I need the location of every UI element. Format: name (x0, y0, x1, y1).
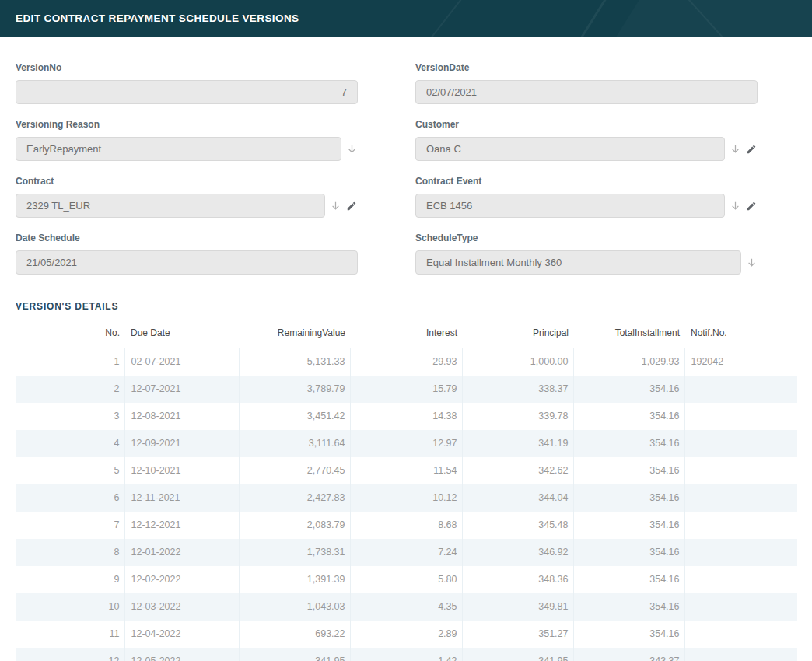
field-customer: Customer (415, 119, 758, 161)
field-versioning-reason: Versioning Reason (16, 119, 358, 161)
versiondate-label: VersionDate (415, 62, 758, 73)
table-row[interactable]: 2 12-07-2021 3,789.79 15.79 338.37 354.1… (16, 376, 797, 403)
schedule-table: No. Due Date RemainingValue Interest Pri… (16, 321, 797, 661)
pencil-icon[interactable] (745, 200, 758, 212)
arrow-down-icon[interactable] (729, 143, 741, 156)
table-header-row: No. Due Date RemainingValue Interest Pri… (16, 321, 797, 348)
versions-details-heading: VERSION'S DETAILS (16, 301, 797, 312)
field-contract: Contract (16, 176, 358, 218)
table-row[interactable]: 10 12-03-2022 1,043.03 4.35 349.81 354.1… (16, 593, 797, 621)
field-versiondate: VersionDate (415, 62, 758, 104)
contract-input[interactable] (16, 194, 325, 218)
pencil-icon[interactable] (745, 143, 758, 156)
customer-input[interactable] (415, 137, 725, 161)
header-decor-stripe (534, 0, 627, 37)
date-schedule-label: Date Schedule (16, 233, 358, 243)
col-header-interest: Interest (350, 321, 462, 348)
version-form: VersionNo VersionDate Versioning Reason … (16, 62, 797, 289)
versionno-label: VersionNo (16, 62, 358, 73)
arrow-down-icon[interactable] (729, 200, 741, 212)
page-title: EDIT CONTRACT REPAYMENT SCHEDULE VERSION… (16, 12, 299, 24)
arrow-down-icon[interactable] (745, 257, 758, 269)
versioning-reason-input[interactable] (16, 137, 341, 161)
pencil-icon[interactable] (345, 200, 358, 212)
header-decor-stripe (667, 0, 782, 37)
field-versionno: VersionNo (16, 62, 358, 104)
col-header-notif-no: Notif.No. (684, 321, 797, 348)
table-row[interactable]: 6 12-11-2021 2,427.83 10.12 344.04 354.1… (16, 484, 797, 512)
table-row[interactable]: 7 12-12-2021 2,083.79 8.68 345.48 354.16 (16, 512, 797, 539)
date-schedule-input[interactable] (16, 250, 358, 275)
col-header-no: No. (16, 321, 124, 348)
contract-event-input[interactable] (415, 194, 725, 218)
col-header-remaining-value: RemainingValue (239, 321, 350, 348)
table-row[interactable]: 5 12-10-2021 2,770.45 11.54 342.62 354.1… (16, 457, 797, 484)
field-scheduletype: ScheduleType (415, 233, 758, 275)
header-decor-stripe (612, 0, 812, 37)
table-row[interactable]: 8 12-01-2022 1,738.31 7.24 346.92 354.16 (16, 539, 797, 566)
arrow-down-icon[interactable] (345, 143, 358, 156)
table-row[interactable]: 12 12-05-2022 341.95 1.42 341.95 343.37 (16, 648, 797, 661)
field-date-schedule: Date Schedule (16, 233, 358, 275)
versionno-input[interactable] (16, 80, 358, 104)
table-row[interactable]: 11 12-04-2022 693.22 2.89 351.27 354.16 (16, 621, 797, 648)
col-header-total-installment: TotalInstallment (573, 321, 684, 348)
col-header-principal: Principal (462, 321, 573, 348)
table-row[interactable]: 1 02-07-2021 5,131.33 29.93 1,000.00 1,0… (16, 348, 797, 376)
versioning-reason-label: Versioning Reason (16, 119, 358, 130)
versiondate-input[interactable] (415, 80, 758, 104)
contract-label: Contract (16, 176, 358, 187)
field-contract-event: Contract Event (415, 176, 758, 218)
contract-event-label: Contract Event (415, 176, 758, 187)
main-content: VersionNo VersionDate Versioning Reason … (0, 62, 812, 661)
header-decor-stripe (397, 0, 475, 37)
scheduletype-input[interactable] (415, 250, 741, 275)
col-header-due-date: Due Date (124, 321, 239, 348)
schedule-table-body: 1 02-07-2021 5,131.33 29.93 1,000.00 1,0… (16, 348, 797, 661)
arrow-down-icon[interactable] (329, 200, 341, 212)
customer-label: Customer (415, 119, 758, 130)
table-row[interactable]: 3 12-08-2021 3,451.42 14.38 339.78 354.1… (16, 403, 797, 430)
table-row[interactable]: 9 12-02-2022 1,391.39 5.80 348.36 354.16 (16, 566, 797, 593)
table-row[interactable]: 4 12-09-2021 3,111.64 12.97 341.19 354.1… (16, 430, 797, 457)
app-header: EDIT CONTRACT REPAYMENT SCHEDULE VERSION… (0, 0, 812, 37)
scheduletype-label: ScheduleType (415, 233, 758, 243)
